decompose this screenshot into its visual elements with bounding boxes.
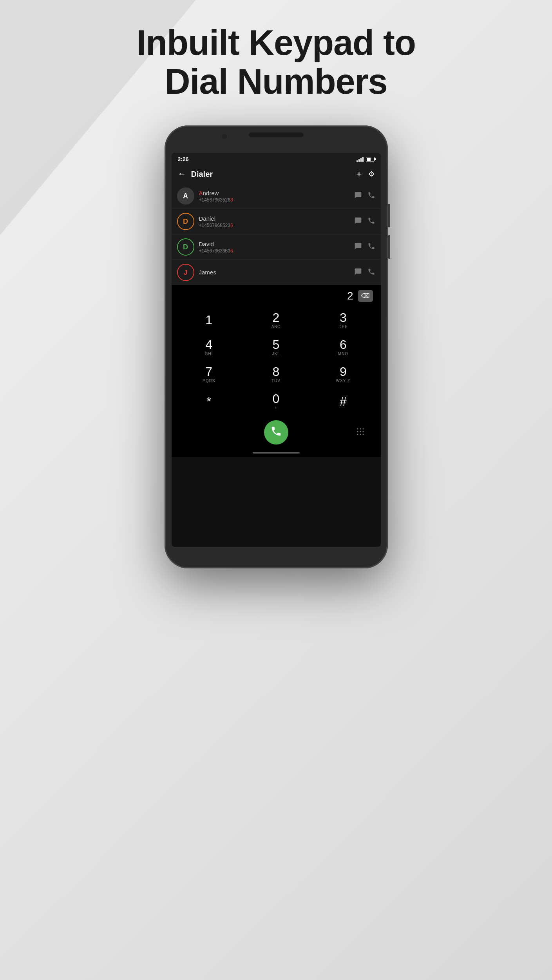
phone-camera xyxy=(221,133,228,140)
contact-actions xyxy=(354,242,375,252)
sms-icon[interactable] xyxy=(354,242,362,252)
contact-name: David xyxy=(199,241,354,247)
contact-item[interactable]: D Daniel +145679685236 xyxy=(172,209,381,234)
key-5[interactable]: 5 JKL xyxy=(243,334,309,361)
avatar: A xyxy=(177,187,194,205)
key-3[interactable]: 3 DEF xyxy=(309,307,376,334)
key-hash[interactable]: # xyxy=(309,388,376,415)
keypad-input-row: 2 xyxy=(172,285,381,307)
contact-actions xyxy=(354,217,375,227)
contact-info: James xyxy=(199,269,354,276)
sms-icon[interactable] xyxy=(354,268,362,278)
keypad-grid: 1 2 ABC 3 DEF 4 GHI 5 JKL xyxy=(172,307,381,415)
key-6[interactable]: 6 MNO xyxy=(309,334,376,361)
key-0[interactable]: 0 + xyxy=(243,388,309,415)
contact-item[interactable]: J James xyxy=(172,260,381,285)
contact-phone: +145679633636 xyxy=(199,248,354,254)
call-icon[interactable] xyxy=(367,268,375,278)
key-1[interactable]: 1 xyxy=(176,307,243,334)
svg-point-4 xyxy=(360,431,361,432)
contact-info: David +145679633636 xyxy=(199,241,354,254)
svg-point-2 xyxy=(362,428,364,430)
contact-item[interactable]: A Andrew +145679635268 xyxy=(172,183,381,209)
headline-line1: Inbuilt Keypad to xyxy=(0,24,552,62)
headline-line2: Dial Numbers xyxy=(0,62,552,101)
status-icons xyxy=(357,156,375,162)
svg-point-3 xyxy=(357,431,358,432)
call-button-icon xyxy=(270,425,282,440)
contact-info: Daniel +145679685236 xyxy=(199,215,354,228)
sms-icon[interactable] xyxy=(354,191,362,201)
call-row xyxy=(172,415,381,448)
key-4[interactable]: 4 GHI xyxy=(176,334,243,361)
key-7[interactable]: 7 PQRS xyxy=(176,361,243,388)
contact-info: Andrew +145679635268 xyxy=(199,190,354,203)
keypad-input-display: 2 xyxy=(347,290,353,302)
back-button[interactable]: ← xyxy=(178,169,186,179)
phone-screen: 2:26 ← Dialer + ⚙ xyxy=(172,153,381,547)
key-2[interactable]: 2 ABC xyxy=(243,307,309,334)
battery-icon xyxy=(366,157,375,162)
contact-item[interactable]: D David +145679633636 xyxy=(172,234,381,260)
keypad-area: 2 1 2 ABC 3 DEF 4 GHI xyxy=(172,285,381,448)
add-button[interactable]: + xyxy=(356,169,362,180)
contact-list: A Andrew +145679635268 xyxy=(172,183,381,285)
phone-notch xyxy=(249,132,304,137)
contact-phone: +145679635268 xyxy=(199,197,354,203)
svg-point-8 xyxy=(362,434,364,435)
avatar: D xyxy=(177,213,194,230)
key-9[interactable]: 9 WXY Z xyxy=(309,361,376,388)
contact-actions xyxy=(354,191,375,201)
status-time: 2:26 xyxy=(178,156,189,162)
key-star[interactable]: * xyxy=(176,388,243,415)
contact-actions xyxy=(354,268,375,278)
avatar: J xyxy=(177,264,194,281)
home-indicator xyxy=(253,452,300,454)
svg-point-6 xyxy=(357,434,358,435)
phone-power-btn xyxy=(388,235,390,259)
headline: Inbuilt Keypad to Dial Numbers xyxy=(0,24,552,101)
call-icon[interactable] xyxy=(367,242,375,252)
app-header: ← Dialer + ⚙ xyxy=(172,165,381,183)
contact-name: Andrew xyxy=(199,190,354,196)
keypad-toggle-button[interactable] xyxy=(356,427,365,438)
contact-name: James xyxy=(199,269,354,276)
call-icon[interactable] xyxy=(367,217,375,227)
svg-point-7 xyxy=(360,434,361,435)
svg-point-0 xyxy=(357,428,358,430)
svg-point-1 xyxy=(360,428,361,430)
app-title: Dialer xyxy=(191,170,357,179)
signal-icon xyxy=(357,156,364,162)
settings-button[interactable]: ⚙ xyxy=(368,170,375,178)
contact-name: Daniel xyxy=(199,215,354,222)
call-button[interactable] xyxy=(264,420,288,445)
contact-phone: +145679685236 xyxy=(199,223,354,228)
backspace-button[interactable] xyxy=(358,290,373,302)
home-bar xyxy=(172,448,381,457)
sms-icon[interactable] xyxy=(354,217,362,227)
phone-volume-btn xyxy=(388,204,390,227)
avatar: D xyxy=(177,238,194,256)
status-bar: 2:26 xyxy=(172,153,381,165)
key-8[interactable]: 8 TUV xyxy=(243,361,309,388)
call-icon[interactable] xyxy=(367,191,375,201)
svg-point-5 xyxy=(362,431,364,432)
phone-frame: 2:26 ← Dialer + ⚙ xyxy=(165,125,388,568)
